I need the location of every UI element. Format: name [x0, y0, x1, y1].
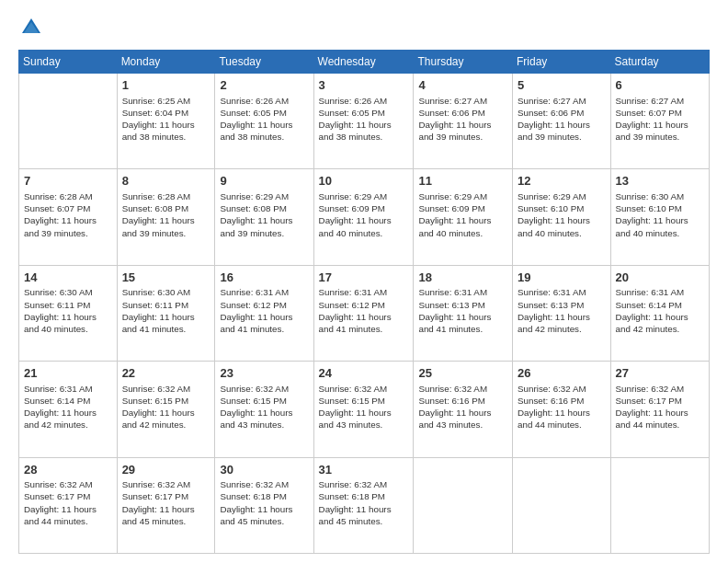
day-number: 8: [122, 173, 210, 190]
day-number: 21: [24, 365, 112, 382]
day-info: Sunrise: 6:31 AM Sunset: 6:12 PM Dayligh…: [220, 286, 308, 335]
weekday-header-saturday: Saturday: [610, 51, 709, 74]
day-info: Sunrise: 6:32 AM Sunset: 6:17 PM Dayligh…: [122, 478, 210, 527]
calendar-week-row: 14Sunrise: 6:30 AM Sunset: 6:11 PM Dayli…: [19, 265, 710, 361]
day-number: 16: [220, 270, 308, 286]
day-info: Sunrise: 6:31 AM Sunset: 6:12 PM Dayligh…: [319, 286, 409, 335]
page: SundayMondayTuesdayWednesdayThursdayFrid…: [0, 0, 728, 563]
day-number: 11: [418, 173, 507, 190]
calendar-cell: 6Sunrise: 6:27 AM Sunset: 6:07 PM Daylig…: [610, 74, 709, 169]
calendar-cell: 1Sunrise: 6:25 AM Sunset: 6:04 PM Daylig…: [117, 74, 215, 169]
calendar-cell: 30Sunrise: 6:32 AM Sunset: 6:18 PM Dayli…: [215, 457, 313, 553]
day-info: Sunrise: 6:28 AM Sunset: 6:07 PM Dayligh…: [24, 190, 112, 239]
calendar-cell: [414, 457, 513, 553]
day-info: Sunrise: 6:26 AM Sunset: 6:05 PM Dayligh…: [319, 95, 409, 144]
day-number: 10: [319, 173, 409, 190]
day-info: Sunrise: 6:32 AM Sunset: 6:16 PM Dayligh…: [518, 383, 606, 431]
day-info: Sunrise: 6:27 AM Sunset: 6:06 PM Dayligh…: [518, 95, 606, 144]
day-number: 26: [518, 365, 606, 382]
calendar-cell: 17Sunrise: 6:31 AM Sunset: 6:12 PM Dayli…: [313, 265, 414, 361]
calendar-cell: 21Sunrise: 6:31 AM Sunset: 6:14 PM Dayli…: [19, 362, 118, 457]
weekday-header-monday: Monday: [117, 51, 215, 74]
weekday-header-tuesday: Tuesday: [215, 51, 313, 74]
day-number: 31: [319, 462, 409, 478]
day-info: Sunrise: 6:28 AM Sunset: 6:08 PM Dayligh…: [122, 190, 210, 239]
calendar-week-row: 7Sunrise: 6:28 AM Sunset: 6:07 PM Daylig…: [19, 169, 710, 265]
calendar-cell: 11Sunrise: 6:29 AM Sunset: 6:09 PM Dayli…: [414, 169, 513, 265]
day-info: Sunrise: 6:31 AM Sunset: 6:13 PM Dayligh…: [518, 286, 606, 335]
day-number: 18: [418, 270, 507, 286]
day-info: Sunrise: 6:29 AM Sunset: 6:09 PM Dayligh…: [319, 190, 409, 239]
calendar-cell: 15Sunrise: 6:30 AM Sunset: 6:11 PM Dayli…: [117, 265, 215, 361]
weekday-header-friday: Friday: [513, 51, 611, 74]
calendar-table: SundayMondayTuesdayWednesdayThursdayFrid…: [18, 50, 710, 554]
day-info: Sunrise: 6:32 AM Sunset: 6:15 PM Dayligh…: [319, 383, 409, 431]
calendar-cell: 4Sunrise: 6:27 AM Sunset: 6:06 PM Daylig…: [414, 74, 513, 169]
calendar-cell: 31Sunrise: 6:32 AM Sunset: 6:18 PM Dayli…: [313, 457, 414, 553]
day-number: 30: [220, 462, 308, 478]
weekday-header-sunday: Sunday: [19, 51, 118, 74]
calendar-cell: [513, 457, 611, 553]
calendar-cell: 22Sunrise: 6:32 AM Sunset: 6:15 PM Dayli…: [117, 362, 215, 457]
day-number: 6: [616, 77, 704, 94]
day-number: 4: [418, 77, 507, 94]
calendar-cell: 24Sunrise: 6:32 AM Sunset: 6:15 PM Dayli…: [313, 362, 414, 457]
calendar-cell: 2Sunrise: 6:26 AM Sunset: 6:05 PM Daylig…: [215, 74, 313, 169]
day-info: Sunrise: 6:25 AM Sunset: 6:04 PM Dayligh…: [122, 95, 210, 144]
day-info: Sunrise: 6:31 AM Sunset: 6:14 PM Dayligh…: [616, 286, 704, 335]
day-number: 20: [616, 270, 704, 286]
calendar-cell: 16Sunrise: 6:31 AM Sunset: 6:12 PM Dayli…: [215, 265, 313, 361]
calendar-cell: 7Sunrise: 6:28 AM Sunset: 6:07 PM Daylig…: [19, 169, 118, 265]
calendar-cell: 8Sunrise: 6:28 AM Sunset: 6:08 PM Daylig…: [117, 169, 215, 265]
weekday-header-thursday: Thursday: [414, 51, 513, 74]
calendar-cell: [610, 457, 709, 553]
day-number: 7: [24, 173, 112, 190]
logo: [18, 15, 48, 40]
calendar-cell: 13Sunrise: 6:30 AM Sunset: 6:10 PM Dayli…: [610, 169, 709, 265]
day-info: Sunrise: 6:29 AM Sunset: 6:08 PM Dayligh…: [220, 190, 308, 239]
day-info: Sunrise: 6:32 AM Sunset: 6:15 PM Dayligh…: [122, 383, 210, 431]
day-number: 23: [220, 365, 308, 382]
day-number: 12: [518, 173, 606, 190]
day-info: Sunrise: 6:32 AM Sunset: 6:18 PM Dayligh…: [220, 478, 308, 527]
day-number: 15: [122, 270, 210, 286]
day-info: Sunrise: 6:32 AM Sunset: 6:15 PM Dayligh…: [220, 383, 308, 431]
logo-icon: [18, 15, 44, 40]
calendar-week-row: 1Sunrise: 6:25 AM Sunset: 6:04 PM Daylig…: [19, 74, 710, 169]
calendar-cell: 29Sunrise: 6:32 AM Sunset: 6:17 PM Dayli…: [117, 457, 215, 553]
day-info: Sunrise: 6:31 AM Sunset: 6:13 PM Dayligh…: [418, 286, 507, 335]
calendar-week-row: 21Sunrise: 6:31 AM Sunset: 6:14 PM Dayli…: [19, 362, 710, 457]
calendar-week-row: 28Sunrise: 6:32 AM Sunset: 6:17 PM Dayli…: [19, 457, 710, 553]
day-info: Sunrise: 6:27 AM Sunset: 6:06 PM Dayligh…: [418, 95, 507, 144]
day-info: Sunrise: 6:26 AM Sunset: 6:05 PM Dayligh…: [220, 95, 308, 144]
day-number: 3: [319, 77, 409, 94]
calendar-cell: 20Sunrise: 6:31 AM Sunset: 6:14 PM Dayli…: [610, 265, 709, 361]
calendar-cell: 18Sunrise: 6:31 AM Sunset: 6:13 PM Dayli…: [414, 265, 513, 361]
calendar-cell: 25Sunrise: 6:32 AM Sunset: 6:16 PM Dayli…: [414, 362, 513, 457]
calendar-cell: [19, 74, 118, 169]
calendar-cell: 23Sunrise: 6:32 AM Sunset: 6:15 PM Dayli…: [215, 362, 313, 457]
day-info: Sunrise: 6:29 AM Sunset: 6:09 PM Dayligh…: [418, 190, 507, 239]
day-info: Sunrise: 6:32 AM Sunset: 6:18 PM Dayligh…: [319, 478, 409, 527]
day-number: 2: [220, 77, 308, 94]
day-info: Sunrise: 6:27 AM Sunset: 6:07 PM Dayligh…: [616, 95, 704, 144]
calendar-cell: 3Sunrise: 6:26 AM Sunset: 6:05 PM Daylig…: [313, 74, 414, 169]
day-number: 27: [616, 365, 704, 382]
calendar-cell: 12Sunrise: 6:29 AM Sunset: 6:10 PM Dayli…: [513, 169, 611, 265]
day-number: 14: [24, 270, 112, 286]
day-info: Sunrise: 6:30 AM Sunset: 6:11 PM Dayligh…: [122, 286, 210, 335]
day-number: 29: [122, 462, 210, 478]
calendar-cell: 26Sunrise: 6:32 AM Sunset: 6:16 PM Dayli…: [513, 362, 611, 457]
day-info: Sunrise: 6:32 AM Sunset: 6:16 PM Dayligh…: [418, 383, 507, 431]
header: [18, 15, 710, 40]
calendar-cell: 5Sunrise: 6:27 AM Sunset: 6:06 PM Daylig…: [513, 74, 611, 169]
day-number: 19: [518, 270, 606, 286]
calendar-cell: 10Sunrise: 6:29 AM Sunset: 6:09 PM Dayli…: [313, 169, 414, 265]
day-number: 5: [518, 77, 606, 94]
weekday-header-wednesday: Wednesday: [313, 51, 414, 74]
day-number: 17: [319, 270, 409, 286]
day-number: 22: [122, 365, 210, 382]
day-info: Sunrise: 6:29 AM Sunset: 6:10 PM Dayligh…: [518, 190, 606, 239]
weekday-header-row: SundayMondayTuesdayWednesdayThursdayFrid…: [19, 51, 710, 74]
day-number: 1: [122, 77, 210, 94]
